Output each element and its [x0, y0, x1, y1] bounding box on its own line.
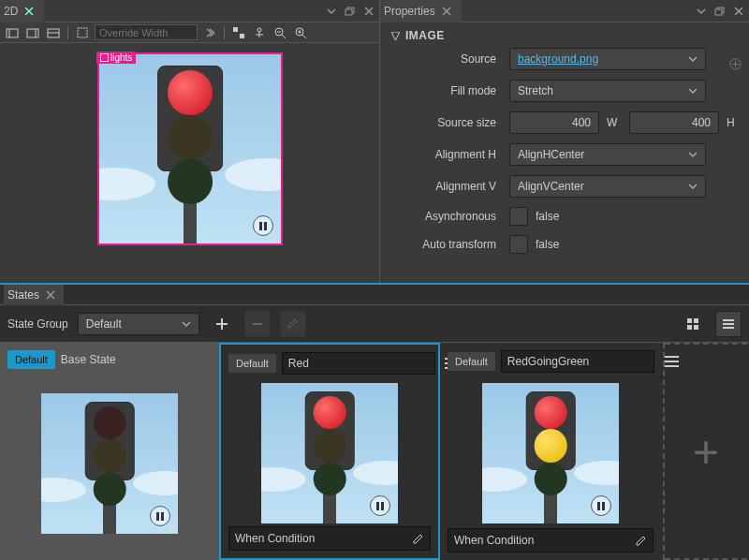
- properties-section-title: IMAGE: [405, 29, 445, 42]
- state-group-value: Default: [86, 317, 122, 331]
- state-card[interactable]: Default When Condition: [440, 343, 661, 560]
- prop-alignv-label: Alignment V: [388, 180, 509, 193]
- svg-rect-13: [233, 27, 238, 32]
- svg-rect-45: [723, 319, 734, 321]
- prop-fillmode-dropdown[interactable]: Stretch: [509, 80, 706, 102]
- prop-autotransform-label: Auto transform: [388, 238, 509, 251]
- state-name-input[interactable]: [282, 352, 435, 375]
- svg-rect-14: [240, 34, 244, 38]
- svg-rect-46: [723, 323, 734, 325]
- pause-icon[interactable]: [591, 495, 611, 516]
- canvas-area[interactable]: lights: [0, 43, 379, 283]
- prop-alignh-value: AlignHCenter: [518, 148, 584, 161]
- add-state-area[interactable]: +: [663, 343, 747, 560]
- anchor-icon[interactable]: [251, 24, 268, 41]
- prop-async-label: Asynchronous: [388, 210, 509, 223]
- svg-rect-43: [687, 325, 692, 330]
- prop-fillmode-value: Stretch: [518, 84, 553, 97]
- snap-icon[interactable]: [230, 24, 247, 41]
- add-state-button[interactable]: [209, 311, 235, 337]
- close-icon[interactable]: [439, 4, 454, 19]
- prop-async-checkbox[interactable]: [509, 207, 528, 226]
- zoom-out-icon[interactable]: [272, 24, 288, 41]
- tab-2d[interactable]: 2D: [0, 0, 44, 22]
- prop-autotransform-checkbox[interactable]: [509, 235, 528, 254]
- chevron-down-icon: [688, 150, 698, 159]
- view-reset-icon[interactable]: [4, 24, 21, 41]
- chevron-down-icon: [182, 319, 191, 329]
- svg-marker-32: [391, 32, 400, 40]
- prop-source-dropdown[interactable]: background.png: [509, 48, 706, 70]
- svg-point-15: [257, 28, 261, 32]
- grid-view-button[interactable]: [680, 311, 706, 337]
- base-default-badge[interactable]: Default: [7, 350, 55, 369]
- chevron-down-icon[interactable]: [323, 3, 340, 20]
- chevron-right-icon[interactable]: [201, 24, 218, 41]
- states-tab-bar: States: [0, 285, 749, 305]
- when-condition-label: When Condition: [454, 534, 534, 547]
- prop-source-value: background.png: [518, 52, 598, 66]
- tab-2d-label: 2D: [4, 5, 18, 18]
- remove-state-button[interactable]: [244, 311, 271, 337]
- states-toolbar: State Group Default: [0, 305, 749, 343]
- chevron-down-icon: [688, 182, 698, 191]
- edit-icon[interactable]: [412, 533, 424, 545]
- state-card[interactable]: Default When Condition: [219, 343, 440, 560]
- svg-rect-44: [694, 325, 698, 330]
- edit-state-button[interactable]: [280, 311, 306, 337]
- state-thumbnail: [261, 383, 398, 523]
- chevron-down-icon: [688, 54, 698, 64]
- override-width-input[interactable]: [95, 24, 198, 40]
- canvas-selection[interactable]: lights: [97, 52, 283, 245]
- svg-line-19: [282, 35, 286, 38]
- edit-icon[interactable]: [635, 535, 647, 547]
- zoom-in-icon[interactable]: [292, 24, 309, 41]
- state-default-badge[interactable]: Default: [228, 354, 276, 373]
- svg-rect-8: [27, 29, 38, 37]
- pause-icon[interactable]: [150, 506, 170, 526]
- prop-source-label: Source: [388, 52, 509, 66]
- svg-rect-41: [687, 318, 692, 323]
- base-state-name: Base State: [61, 353, 116, 366]
- prop-autotransform-value: false: [536, 238, 559, 251]
- close-panel-icon[interactable]: [730, 3, 747, 20]
- view-outline-icon[interactable]: [24, 24, 41, 41]
- close-icon[interactable]: [43, 287, 58, 302]
- chevron-down-icon[interactable]: [693, 3, 710, 20]
- width-suffix: W: [607, 116, 622, 129]
- add-property-icon[interactable]: [729, 58, 742, 70]
- state-card-base[interactable]: Default Base State: [0, 343, 219, 560]
- pause-icon[interactable]: [253, 215, 273, 236]
- state-thumbnail: [482, 383, 619, 523]
- restore-window-icon[interactable]: [712, 3, 728, 20]
- prop-alignv-value: AlignVCenter: [518, 180, 584, 193]
- close-icon[interactable]: [22, 4, 37, 19]
- svg-rect-42: [694, 318, 698, 323]
- prop-width-input[interactable]: [509, 111, 599, 134]
- prop-height-input[interactable]: [629, 111, 719, 134]
- list-view-button[interactable]: [715, 311, 742, 337]
- tab-states[interactable]: States: [4, 285, 64, 305]
- restore-window-icon[interactable]: [342, 3, 359, 20]
- svg-rect-47: [723, 327, 734, 329]
- close-panel-icon[interactable]: [360, 3, 377, 20]
- tab-properties[interactable]: Properties: [380, 0, 462, 22]
- state-default-badge[interactable]: Default: [448, 352, 495, 371]
- prop-alignh-label: Alignment H: [388, 148, 509, 161]
- bounding-box-icon[interactable]: [74, 24, 91, 41]
- plus-icon: +: [693, 426, 719, 478]
- when-condition-row[interactable]: When Condition: [228, 526, 431, 551]
- selection-label: lights: [96, 52, 136, 64]
- when-condition-row[interactable]: When Condition: [448, 528, 654, 553]
- collapse-icon[interactable]: [391, 32, 400, 40]
- pause-icon[interactable]: [370, 495, 390, 516]
- prop-alignv-dropdown[interactable]: AlignVCenter: [509, 175, 706, 198]
- svg-rect-25: [101, 54, 109, 62]
- svg-rect-3: [345, 9, 352, 15]
- prop-fillmode-label: Fill mode: [388, 84, 509, 97]
- state-group-dropdown[interactable]: Default: [78, 313, 199, 335]
- view-split-icon[interactable]: [45, 24, 62, 41]
- prop-alignh-dropdown[interactable]: AlignHCenter: [509, 143, 706, 166]
- state-name-input[interactable]: [501, 350, 654, 373]
- svg-rect-12: [78, 28, 87, 37]
